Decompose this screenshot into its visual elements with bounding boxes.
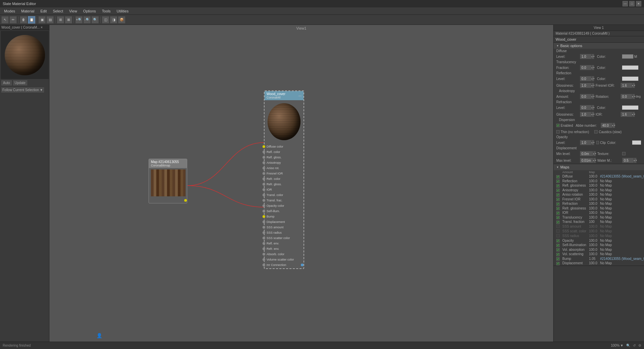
- map-checkbox-8[interactable]: ✓: [556, 211, 560, 215]
- reflection-level-value[interactable]: 0.0: [580, 76, 592, 81]
- menu-select[interactable]: Select: [50, 8, 66, 14]
- map-amount-12[interactable]: 100.0: [588, 229, 599, 234]
- paint-tool-button[interactable]: ✏: [9, 16, 17, 24]
- canvas-area[interactable]: View1 Map #2140613055 CoronaBitmap: [49, 25, 553, 342]
- port-dot-sss-scatter[interactable]: [263, 237, 265, 239]
- fresnel-ior-spinner[interactable]: ▲▼: [632, 83, 635, 88]
- maps-section-header[interactable]: Maps: [554, 164, 644, 170]
- map-checkbox-10[interactable]: ✓: [556, 221, 560, 224]
- arrange-button-2[interactable]: ◨: [110, 16, 117, 24]
- refraction-gloss-value[interactable]: 1.0: [580, 112, 592, 117]
- port-dot-transl-frac[interactable]: [263, 199, 265, 202]
- layout-button-1[interactable]: ⊞: [57, 16, 64, 24]
- map-checkbox-11[interactable]: [556, 225, 560, 228]
- diffuse-level-value[interactable]: 1.0: [580, 54, 592, 59]
- opacity-color-swatch[interactable]: [632, 140, 641, 145]
- refraction-gloss-spinner[interactable]: ▲▼: [592, 112, 594, 117]
- refresh-icon[interactable]: ↺: [633, 344, 636, 347]
- map-checkbox-15[interactable]: ✓: [556, 244, 560, 247]
- map-amount-9[interactable]: 100.0: [588, 215, 599, 220]
- menu-edit[interactable]: Edit: [38, 8, 49, 14]
- translucency-fraction-spinner[interactable]: ▲▼: [592, 65, 594, 70]
- fresnel-ior-value[interactable]: 1.6: [620, 83, 632, 88]
- map-amount-17[interactable]: 100.0: [588, 252, 599, 257]
- map-amount-14[interactable]: 100.0: [588, 238, 599, 243]
- map-amount-11[interactable]: 100.0: [588, 224, 599, 229]
- reflection-gloss-spinner[interactable]: ▲▼: [592, 83, 594, 88]
- update-button[interactable]: Update: [13, 80, 27, 85]
- abbe-number-value[interactable]: 40.0: [601, 123, 612, 128]
- refraction-ior-value[interactable]: 1.6: [620, 112, 632, 117]
- map-checkbox-1[interactable]: ✓: [556, 180, 560, 183]
- zoom-control[interactable]: 100% ▼: [611, 344, 623, 347]
- reflection-color-swatch[interactable]: [622, 76, 639, 81]
- translucency-color-swatch[interactable]: [622, 65, 639, 70]
- map-checkbox-19[interactable]: ✓: [556, 262, 560, 265]
- menu-utilities[interactable]: Utilities: [114, 8, 131, 14]
- map-amount-0[interactable]: 100.0: [588, 174, 599, 179]
- map-amount-6[interactable]: 100.0: [588, 201, 599, 206]
- dispersion-enabled-checkbox[interactable]: ✓: [556, 124, 560, 127]
- zoom-out-button[interactable]: -🔍: [83, 16, 91, 24]
- map-amount-1[interactable]: 100.0: [588, 179, 599, 184]
- opacity-level-value[interactable]: 1.0: [580, 140, 592, 145]
- map-amount-2[interactable]: 100.0: [588, 183, 599, 188]
- port-dot-refr-env[interactable]: [263, 247, 265, 250]
- map-checkbox-4[interactable]: ✓: [556, 193, 560, 197]
- map-amount-3[interactable]: 100.0: [588, 188, 599, 193]
- port-dot-refl-gloss[interactable]: [263, 156, 265, 159]
- bitmap-output-dot[interactable]: [184, 199, 187, 202]
- displacement-water-value[interactable]: 0.5: [622, 158, 634, 163]
- port-dot-refl-env[interactable]: [263, 242, 265, 245]
- map-amount-19[interactable]: 100.0: [588, 261, 599, 266]
- reflection-level-spinner[interactable]: ▲▼: [592, 76, 594, 81]
- displacement-min-spinner[interactable]: ▲▼: [593, 151, 596, 156]
- menu-options[interactable]: Options: [80, 8, 98, 14]
- port-dot-transl-color[interactable]: [263, 194, 265, 196]
- select-tool-button[interactable]: ↖: [1, 16, 9, 24]
- port-dot-mr-right[interactable]: [301, 264, 304, 266]
- map-checkbox-5[interactable]: ✓: [556, 198, 560, 201]
- map-checkbox-18[interactable]: ✓: [556, 257, 560, 261]
- map-amount-18[interactable]: 1.05: [588, 257, 599, 261]
- zoom-fit-button[interactable]: 🔍: [91, 16, 99, 24]
- port-dot-sss-radius[interactable]: [263, 231, 265, 234]
- anisotropy-amount-spinner[interactable]: ▲▼: [592, 94, 594, 99]
- thin-checkbox[interactable]: [556, 130, 560, 133]
- anisotropy-rotation-spinner[interactable]: ▲▼: [632, 94, 635, 99]
- map-checkbox-16[interactable]: ✓: [556, 248, 560, 251]
- menu-modes[interactable]: Modes: [1, 8, 18, 14]
- grid-button-1[interactable]: ▣: [38, 16, 46, 24]
- map-checkbox-6[interactable]: ✓: [556, 202, 560, 206]
- map-amount-7[interactable]: 100.0: [588, 206, 599, 211]
- displacement-max-spinner[interactable]: ▲▼: [593, 158, 596, 163]
- refraction-ior-spinner[interactable]: ▲▼: [632, 112, 635, 117]
- displacement-max-value[interactable]: 0.01m: [580, 158, 593, 163]
- zoom-in-button[interactable]: +🔍: [75, 16, 83, 24]
- abbe-number-spinner[interactable]: ▲▼: [612, 123, 615, 128]
- menu-view[interactable]: View: [67, 8, 80, 14]
- port-dot-opacity[interactable]: [263, 204, 265, 207]
- map-checkbox-9[interactable]: ✓: [556, 216, 560, 219]
- menu-material[interactable]: Material: [18, 8, 37, 14]
- map-amount-8[interactable]: 100.0: [588, 210, 599, 215]
- port-dot-refr-color[interactable]: [263, 178, 265, 180]
- port-dot-refl-color[interactable]: [263, 151, 265, 153]
- refraction-level-spinner[interactable]: ▲▼: [592, 105, 594, 110]
- menu-tools[interactable]: Tools: [99, 8, 113, 14]
- opacity-clip-checkbox[interactable]: [596, 141, 599, 144]
- map-amount-13[interactable]: 100.0: [588, 234, 599, 238]
- arrange-button-1[interactable]: ◫: [102, 16, 109, 24]
- reflection-gloss-value[interactable]: 1.0: [580, 83, 592, 88]
- map-checkbox-12[interactable]: [556, 229, 560, 233]
- follow-selection-dropdown[interactable]: Follow Current Selection ▼: [1, 87, 44, 92]
- minimize-button[interactable]: —: [622, 1, 628, 6]
- anisotropy-amount-value[interactable]: 0.0: [580, 94, 592, 99]
- caustics-checkbox[interactable]: [594, 130, 598, 133]
- displacement-water-spinner[interactable]: ▲▼: [634, 158, 637, 163]
- map-amount-10[interactable]: 100: [588, 220, 599, 224]
- port-dot-displacement[interactable]: [263, 221, 265, 223]
- refraction-level-value[interactable]: 0.0: [580, 105, 592, 110]
- diffuse-color-swatch[interactable]: [622, 54, 634, 59]
- map-name-0[interactable]: #2140613055 (Wood_seam_001: [599, 174, 644, 179]
